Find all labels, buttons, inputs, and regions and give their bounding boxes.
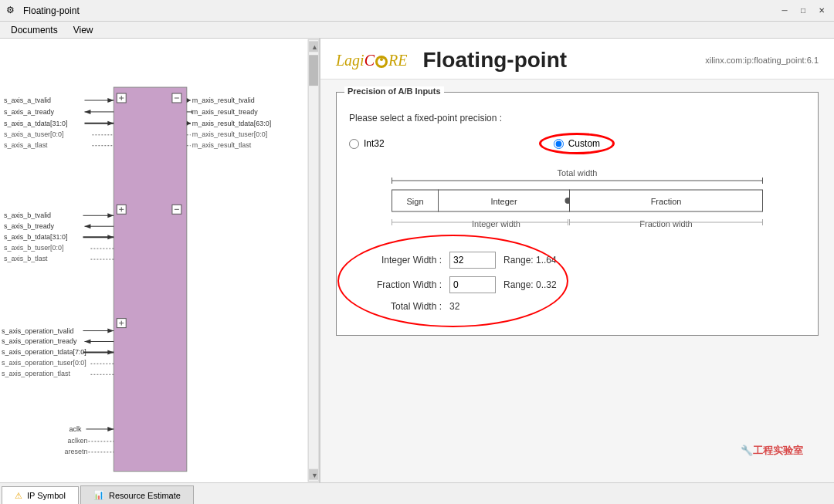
svg-marker-24 (107, 213, 114, 218)
svg-text:aresetn: aresetn (65, 448, 88, 455)
svg-text:m_axis_result_tready: m_axis_result_tready (192, 108, 258, 116)
custom-circle-annotation: Custom (539, 133, 615, 154)
svg-text:s_axis_b_tdata[31:0]: s_axis_b_tdata[31:0] (4, 233, 67, 241)
svg-text:aclk: aclk (70, 425, 82, 433)
width-diagram-svg: Total width Sign Integer Fraction (349, 167, 805, 236)
integer-width-label: Integer Width : (349, 255, 442, 266)
chart-icon: 📊 (93, 490, 104, 500)
svg-text:s_axis_a_tvalid: s_axis_a_tvalid (4, 96, 51, 104)
total-width-label: Total Width : (349, 301, 442, 312)
radio-custom-input[interactable] (554, 139, 564, 149)
right-header: LagiCRE Floating-point xilinx.com:ip:flo… (320, 39, 834, 79)
close-button[interactable]: ✕ (815, 5, 828, 17)
window-title: Floating-point (23, 5, 778, 16)
svg-text:s_axis_operation_tuser[0:0]: s_axis_operation_tuser[0:0] (2, 359, 86, 367)
svg-point-81 (380, 58, 383, 61)
svg-text:s_axis_operation_tdata[7:0]: s_axis_operation_tdata[7:0] (2, 348, 86, 356)
svg-marker-68 (187, 121, 191, 126)
svg-text:Fraction width: Fraction width (639, 219, 692, 228)
fraction-width-row: Fraction Width : Range: 0..32 (349, 276, 557, 293)
svg-marker-53 (107, 427, 114, 431)
fraction-width-input[interactable] (449, 276, 496, 293)
radio-int32-option[interactable]: Int32 (349, 138, 385, 149)
svg-text:s_axis_b_tvalid: s_axis_b_tvalid (4, 211, 51, 219)
symbol-area: s_axis_a_tvalid s_axis_a_tready s_axis_a… (0, 39, 319, 482)
svg-text:s_axis_a_tready: s_axis_a_tready (4, 108, 55, 116)
svg-marker-46 (107, 350, 114, 354)
radio-int32-label: Int32 (364, 138, 385, 149)
svg-marker-62 (187, 98, 191, 103)
svg-text:s_axis_operation_tvalid: s_axis_operation_tvalid (2, 327, 73, 335)
width-diagram: Total width Sign Integer Fraction (349, 167, 805, 236)
tab-resource-estimate[interactable]: 📊 Resource Estimate (80, 485, 194, 504)
svg-text:Fraction: Fraction (651, 197, 682, 206)
integer-width-input[interactable] (449, 252, 496, 269)
fraction-width-label: Fraction Width : (349, 279, 442, 290)
svg-text:▲: ▲ (311, 43, 318, 51)
svg-text:aclken: aclken (68, 437, 88, 445)
tab-ip-symbol-label: IP Symbol (27, 491, 66, 500)
svg-text:s_axis_a_tdata[31:0]: s_axis_a_tdata[31:0] (4, 120, 67, 127)
warning-icon: ⚠ (15, 491, 22, 501)
integer-width-range: Range: 1..64 (503, 255, 557, 266)
fraction-width-range: Range: 0..32 (503, 279, 557, 290)
maximize-button[interactable]: □ (797, 5, 809, 17)
svg-text:s_axis_b_tready: s_axis_b_tready (4, 222, 55, 230)
svg-text:s_axis_operation_tready: s_axis_operation_tready (2, 337, 77, 345)
svg-text:Total width: Total width (558, 168, 598, 178)
svg-text:m_axis_result_tvalid: m_axis_result_tvalid (192, 96, 255, 104)
svg-text:m_axis_result_tuser[0:0]: m_axis_result_tuser[0:0] (192, 130, 267, 138)
main-layout: s_axis_a_tvalid s_axis_a_tready s_axis_a… (0, 39, 834, 482)
tab-ip-symbol[interactable]: ⚠ IP Symbol (2, 486, 79, 504)
total-width-row: Total Width : 32 (349, 301, 557, 312)
svg-marker-14 (107, 121, 114, 126)
right-content: Precision of A/B Inputs Please select a … (320, 79, 834, 482)
panel-title: Floating-point (422, 48, 705, 73)
fields-with-annotation: Integer Width : Range: 1..64 Fraction Wi… (349, 242, 557, 320)
version-text: xilinx.com:ip:floating_point:6.1 (705, 56, 819, 65)
menu-view[interactable]: View (66, 23, 101, 37)
radio-int32-input[interactable] (349, 139, 359, 149)
svg-text:Sign: Sign (406, 197, 423, 206)
svg-rect-73 (308, 39, 319, 481)
svg-marker-30 (107, 235, 114, 239)
fields-section: Integer Width : Range: 1..64 Fraction Wi… (349, 252, 557, 312)
svg-text:m_axis_result_tlast: m_axis_result_tlast (192, 141, 252, 149)
svg-marker-43 (84, 340, 90, 344)
svg-text:Integer: Integer (490, 197, 517, 206)
radio-custom-label: Custom (568, 138, 600, 149)
window-controls: ─ □ ✕ (778, 5, 828, 17)
title-bar: ⚙ Floating-point ─ □ ✕ (0, 0, 834, 22)
menu-documents[interactable]: Documents (3, 23, 66, 37)
svg-marker-8 (107, 98, 114, 103)
logiccore-logo: LagiCRE (336, 50, 407, 70)
prompt-text: Please select a fixed-point precision : (349, 113, 805, 123)
watermark: 🔧工程实验室 (741, 444, 803, 458)
svg-text:s_axis_b_tuser[0:0]: s_axis_b_tuser[0:0] (4, 244, 64, 252)
bottom-tab-bar: ⚠ IP Symbol 📊 Resource Estimate (0, 482, 834, 504)
svg-marker-27 (84, 224, 90, 228)
svg-text:s_axis_a_tlast: s_axis_a_tlast (4, 141, 48, 149)
group-title: Precision of A/B Inputs (344, 86, 444, 96)
svg-text:s_axis_operation_tlast: s_axis_operation_tlast (2, 370, 70, 377)
ip-symbol-diagram: s_axis_a_tvalid s_axis_a_tready s_axis_a… (0, 39, 319, 482)
svg-marker-65 (191, 110, 192, 114)
svg-rect-76 (309, 55, 318, 86)
right-panel: LagiCRE Floating-point xilinx.com:ip:flo… (320, 39, 834, 482)
tab-resource-estimate-label: Resource Estimate (109, 491, 181, 500)
svg-text:Integer width: Integer width (472, 219, 520, 228)
svg-marker-40 (107, 329, 114, 333)
svg-marker-11 (84, 110, 90, 114)
svg-text:s_axis_a_tuser[0:0]: s_axis_a_tuser[0:0] (4, 130, 64, 138)
minimize-button[interactable]: ─ (778, 5, 791, 17)
svg-rect-0 (114, 87, 187, 472)
left-panel: s_axis_a_tvalid s_axis_a_tready s_axis_a… (0, 39, 320, 482)
svg-text:▼: ▼ (311, 472, 318, 479)
svg-point-82 (383, 56, 385, 59)
precision-group: Precision of A/B Inputs Please select a … (336, 92, 819, 336)
svg-text:s_axis_b_tlast: s_axis_b_tlast (4, 255, 48, 262)
total-width-value: 32 (449, 301, 496, 312)
menu-bar: Documents View (0, 22, 834, 39)
radio-custom-option[interactable]: Custom (554, 138, 600, 149)
integer-width-row: Integer Width : Range: 1..64 (349, 252, 557, 269)
